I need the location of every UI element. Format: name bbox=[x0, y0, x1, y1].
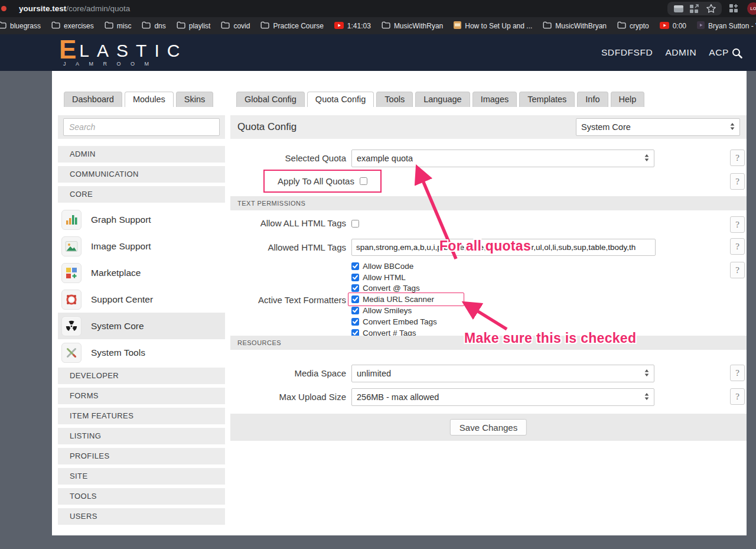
bookmark-how-to-set-up-and[interactable]: How to Set Up and ... bbox=[454, 21, 532, 31]
page-background: DashboardModulesSkins Global ConfigQuota… bbox=[0, 71, 756, 549]
media-space-value: unlimited bbox=[357, 369, 391, 378]
profile-badge[interactable]: LO bbox=[747, 2, 756, 15]
reading-list-icon[interactable] bbox=[673, 4, 684, 14]
tab-language[interactable]: Language bbox=[415, 92, 470, 107]
tab-skins[interactable]: Skins bbox=[176, 92, 213, 107]
header-nav: SDFDFSFDADMINACP bbox=[601, 34, 729, 71]
formatter-row-allow-bbcode: Allow BBCode bbox=[351, 261, 437, 272]
sidebar-module-system-tools[interactable]: System Tools bbox=[58, 339, 225, 366]
tab-images[interactable]: Images bbox=[472, 92, 517, 107]
bookmark-0-00[interactable]: 0:00 bbox=[660, 21, 686, 31]
nav-item-acp[interactable]: ACP bbox=[709, 47, 729, 58]
bookmark-dns[interactable]: dns bbox=[142, 21, 165, 31]
bookmark-misc[interactable]: misc bbox=[105, 21, 132, 31]
select-arrows-icon bbox=[730, 122, 735, 132]
tab-templates[interactable]: Templates bbox=[519, 92, 575, 107]
help-button[interactable]: ? bbox=[730, 388, 745, 405]
logo-subtitle: JAMROOM bbox=[63, 61, 187, 67]
nav-item-sdfdfsfd[interactable]: SDFDFSFD bbox=[601, 47, 653, 58]
sidebar-module-graph-support[interactable]: Graph Support bbox=[58, 206, 225, 233]
sidebar-category-communication[interactable]: COMMUNICATION bbox=[58, 166, 225, 183]
module-sidebar: ADMINCOMMUNICATIONCOREGraph SupportImage… bbox=[58, 115, 225, 528]
media-space-select[interactable]: unlimited bbox=[351, 365, 654, 382]
sidebar-module-image-support[interactable]: Image Support bbox=[58, 233, 225, 259]
allow-all-html-checkbox[interactable] bbox=[351, 220, 359, 228]
help-button[interactable]: ? bbox=[730, 150, 745, 166]
sidebar-category-admin[interactable]: ADMIN bbox=[58, 146, 225, 163]
help-button[interactable]: ? bbox=[730, 216, 745, 233]
video-icon bbox=[697, 21, 705, 31]
nav-item-admin[interactable]: ADMIN bbox=[665, 47, 696, 58]
bookmark-label: How to Set Up and ... bbox=[465, 22, 532, 30]
bookmark-playlist[interactable]: playlist bbox=[177, 21, 211, 31]
help-button[interactable]: ? bbox=[730, 262, 745, 278]
sidebar-module-system-core[interactable]: System Core bbox=[58, 313, 225, 339]
bookmark-crypto[interactable]: crypto bbox=[617, 21, 649, 31]
sidebar-category-developer[interactable]: DEVELOPER bbox=[58, 368, 225, 384]
tab-global-config[interactable]: Global Config bbox=[236, 92, 305, 107]
folder-icon bbox=[260, 21, 269, 31]
bookmark-exercises[interactable]: exercises bbox=[51, 21, 94, 31]
help-button[interactable]: ? bbox=[730, 173, 745, 190]
save-changes-button[interactable]: Save Changes bbox=[450, 419, 527, 436]
sidebar-module-support-center[interactable]: Support Center bbox=[58, 286, 225, 313]
formatter-checkbox-allow-smileys[interactable] bbox=[351, 307, 359, 314]
sidebar-category-listing[interactable]: LISTING bbox=[58, 428, 225, 444]
bookmark-1-41-03[interactable]: 1:41:03 bbox=[334, 21, 371, 31]
radiation-icon bbox=[61, 316, 82, 336]
sidebar-category-core[interactable]: CORE bbox=[58, 186, 225, 203]
max-upload-size-label: Max Upload Size bbox=[230, 388, 346, 406]
extensions-icon[interactable] bbox=[729, 4, 739, 13]
module-filter-select[interactable]: System Core bbox=[576, 118, 740, 136]
select-arrows-icon bbox=[644, 153, 649, 164]
sidebar-category-profiles[interactable]: PROFILES bbox=[58, 448, 225, 464]
sidebar-search-input[interactable] bbox=[63, 118, 220, 136]
allowed-html-tags-input[interactable] bbox=[351, 239, 656, 256]
youtube-icon bbox=[660, 21, 669, 31]
tab-modules[interactable]: Modules bbox=[125, 92, 174, 107]
bookmark-label: exercises bbox=[64, 22, 94, 30]
url-text[interactable]: yoursite.test/core/admin/quota bbox=[19, 0, 130, 17]
sidebar-category-users[interactable]: USERS bbox=[58, 508, 225, 525]
tab-tools[interactable]: Tools bbox=[376, 92, 413, 107]
help-button[interactable]: ? bbox=[730, 238, 745, 255]
bookmark-star-icon[interactable] bbox=[706, 4, 716, 14]
help-button[interactable]: ? bbox=[730, 365, 745, 381]
sidebar-module-marketplace[interactable]: Marketplace bbox=[58, 259, 225, 286]
search-icon[interactable] bbox=[731, 47, 743, 61]
formatter-label: Media URL Scanner bbox=[363, 295, 434, 304]
bookmark-bryan-sutton-vide[interactable]: Bryan Sutton - Vide... bbox=[697, 21, 756, 31]
bookmarks-bar: bluegrassexercisesmiscdnsplaylistcovidPr… bbox=[0, 17, 756, 34]
bookmark-musicwithryan[interactable]: MusicWithRyan bbox=[382, 21, 443, 31]
formatter-row-allow-html: Allow HTML bbox=[351, 272, 437, 283]
text-permissions-section-header: TEXT PERMISSIONS bbox=[230, 196, 747, 210]
life-ring-icon bbox=[61, 290, 82, 310]
tab-help[interactable]: Help bbox=[611, 92, 645, 107]
site-logo[interactable]: ELASTIC JAMROOM bbox=[59, 39, 187, 67]
sidebar-category-item-features[interactable]: ITEM FEATURES bbox=[58, 408, 225, 424]
sidebar-category-tools[interactable]: TOOLS bbox=[58, 488, 225, 505]
formatter-checkbox-media-url-scanner[interactable] bbox=[351, 295, 359, 303]
sidebar-category-site[interactable]: SITE bbox=[58, 468, 225, 485]
sidebar-category-forms[interactable]: FORMS bbox=[58, 388, 225, 404]
max-upload-size-select[interactable]: 256MB - max allowed bbox=[351, 388, 654, 406]
config-tabs: Global ConfigQuota ConfigToolsLanguageIm… bbox=[236, 92, 644, 107]
formatter-checkbox-convert-tags[interactable] bbox=[351, 284, 359, 292]
tab-dashboard[interactable]: Dashboard bbox=[64, 92, 122, 107]
formatter-label: Convert Embed Tags bbox=[363, 317, 437, 326]
tab-groups-icon[interactable] bbox=[689, 4, 700, 14]
formatter-checkbox-allow-bbcode[interactable] bbox=[351, 262, 359, 270]
formatter-checkbox-convert-embed-tags[interactable] bbox=[351, 318, 359, 326]
apply-all-checkbox[interactable] bbox=[360, 177, 367, 185]
bookmark-musicwithbryan[interactable]: MusicWithBryan bbox=[543, 21, 607, 31]
selected-quota-value: example quota bbox=[357, 154, 413, 163]
formatter-checkbox-allow-html[interactable] bbox=[351, 274, 359, 281]
bookmark-practice-course[interactable]: Practice Course bbox=[260, 21, 323, 31]
tab-info[interactable]: Info bbox=[577, 92, 608, 107]
tab-quota-config[interactable]: Quota Config bbox=[307, 92, 374, 107]
selected-quota-select[interactable]: example quota bbox=[351, 150, 654, 167]
formatter-label: Allow Smileys bbox=[363, 306, 412, 315]
bookmark-covid[interactable]: covid bbox=[221, 21, 250, 31]
bookmark-bluegrass[interactable]: bluegrass bbox=[0, 21, 41, 31]
bookmark-label: 1:41:03 bbox=[347, 22, 371, 30]
